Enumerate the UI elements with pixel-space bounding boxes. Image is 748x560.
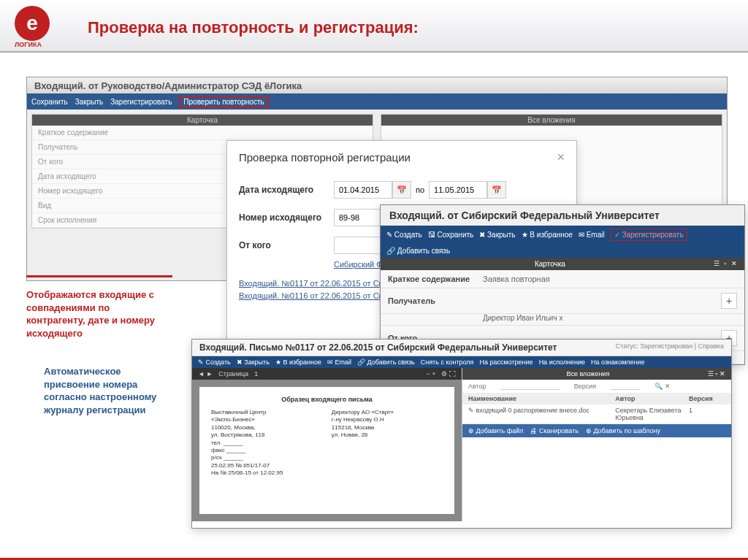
pdf-toolbar: ◄ ► Страница 1 − + ⚙ ⛶ <box>192 368 462 380</box>
bg-tb-register[interactable]: Зарегистрировать <box>110 98 172 106</box>
doc-tb-link[interactable]: 🔗 Добавить связь <box>357 358 415 366</box>
table-header: Наименование Автор Версия <box>462 393 731 404</box>
calendar-icon[interactable]: 📅 <box>487 181 506 199</box>
bg-tb-close[interactable]: Закрыть <box>75 98 104 106</box>
bg-right-panel-header: Все вложения <box>381 115 722 126</box>
add-recipient-button[interactable]: + <box>721 293 737 309</box>
doc-tb-acquaint[interactable]: На ознакомление <box>591 358 645 366</box>
card-section-header: Карточка ☰ ▫ ✕ <box>381 258 744 270</box>
card-section-title: Карточка <box>386 260 714 268</box>
document-window: Входящий. Письмо №0117 от 22.06.2015 от … <box>191 339 732 529</box>
card-row-summary: Краткое содержание Заявка повторная <box>381 270 744 288</box>
pdf-nav-icon[interactable]: ◄ ► <box>198 370 213 377</box>
modal-title-row: Проверка повторной регистрации × <box>227 141 576 174</box>
card-row-recipient: Получатель + <box>381 288 744 314</box>
logo: е <box>15 6 50 41</box>
page-title: Проверка на повторность и регистрация: <box>88 18 419 37</box>
doc-title-row: Входящий. Письмо №0117 от 22.06.2015 от … <box>192 340 731 356</box>
doc-sheet-title: Образец входящего письма <box>211 396 443 403</box>
doc-tb-uncontrol[interactable]: Снять с контроля <box>421 358 474 366</box>
annotation-autonumber: Автоматическое присвоение номера согласн… <box>44 365 175 416</box>
doc-tb-close[interactable]: ✖ Закрыть <box>237 358 270 366</box>
meta-author-input[interactable] <box>501 383 560 390</box>
th-author: Автор <box>615 395 689 402</box>
attachments-table: Наименование Автор Версия ✎ входящий 0 р… <box>462 393 731 424</box>
td-author: Секретарь Елизавета Юрьевна <box>615 407 689 421</box>
scan-button[interactable]: 🖨 Сканировать <box>530 427 578 434</box>
add-file-button[interactable]: ⊕ Добавить файл <box>468 427 523 434</box>
doc-attachments-pane: Все вложения ☰ ▫ ✕ Автор Версия 🔍 ✕ Наим… <box>462 368 731 521</box>
card-tb-favorite[interactable]: ★ В избранное <box>522 231 573 239</box>
close-icon[interactable]: × <box>557 150 565 165</box>
modal-date-label: Дата исходящего <box>239 185 334 195</box>
card-title: Входящий. от Сибирский Федеральный Униве… <box>381 205 744 226</box>
doc-preview-pane: ◄ ► Страница 1 − + ⚙ ⛶ Образец входящего… <box>192 368 462 521</box>
card-toolbar: ✎ Создать 🖫 Сохранить ✖ Закрыть ★ В избр… <box>381 226 744 258</box>
td-version: 1 <box>689 407 725 421</box>
th-name: Наименование <box>468 395 615 402</box>
add-template-button[interactable]: ⊕ Добавить по шаблону <box>586 427 660 434</box>
recipient-chip[interactable]: Директор Иван Ильич x <box>483 314 562 322</box>
doc-sheet: Образец входящего письма Выставочный Цен… <box>199 387 454 514</box>
doc-toolbar: ✎ Создать ✖ Закрыть ★ В избранное ✉ Emai… <box>192 356 731 368</box>
doc-status: Статус: Зарегистрирован | Справка <box>616 342 724 353</box>
table-row[interactable]: ✎ входящий 0 распоряжение внесе.doc Секр… <box>462 404 731 424</box>
doc-body: ◄ ► Страница 1 − + ⚙ ⛶ Образец входящего… <box>192 368 731 521</box>
card-tb-close[interactable]: ✖ Закрыть <box>479 231 515 239</box>
doc-title: Входящий. Письмо №0117 от 22.06.2015 от … <box>199 342 557 353</box>
th-version: Версия <box>689 395 725 402</box>
bg-tb-check-duplicate[interactable]: Проверить повторность <box>179 96 268 107</box>
card-tb-create[interactable]: ✎ Создать <box>386 231 422 239</box>
card-tb-save[interactable]: 🖫 Сохранить <box>428 231 473 239</box>
doc-tb-create[interactable]: ✎ Создать <box>198 358 231 366</box>
bg-left-panel-header: Карточка <box>32 115 373 126</box>
attachments-meta: Автор Версия 🔍 ✕ <box>462 380 731 393</box>
date-to-input[interactable] <box>429 181 487 199</box>
attachments-header: Все вложения ☰ ▫ ✕ <box>462 368 731 380</box>
app-header: е ЛОГИКА Проверка на повторность и регис… <box>0 0 748 53</box>
card-tb-register[interactable]: ✓ Зарегистрировать <box>611 229 687 241</box>
date-from-input[interactable] <box>334 181 392 199</box>
doc-sheet-left: Выставочный Центр «Экспо-Бизнес» 110020,… <box>211 409 322 477</box>
red-underline <box>26 275 172 277</box>
card-tb-addlink[interactable]: 🔗 Добавить связь <box>386 247 450 255</box>
meta-version-label: Версия <box>574 383 596 390</box>
doc-tb-execute[interactable]: На исполнение <box>539 358 585 366</box>
meta-version-input[interactable] <box>611 383 640 390</box>
modal-num-label: Номер исходящего <box>239 212 334 223</box>
card-section-icons[interactable]: ☰ ▫ ✕ <box>714 260 739 268</box>
search-icon[interactable]: 🔍 ✕ <box>654 383 671 390</box>
modal-title: Проверка повторной регистрации <box>239 151 411 164</box>
td-name: ✎ входящий 0 распоряжение внесе.doc <box>468 407 615 421</box>
pdf-page-label: Страница <box>218 370 248 377</box>
logo-text: ЛОГИКА <box>15 41 42 48</box>
card-row-summary-label: Краткое содержание <box>388 275 483 283</box>
card-row-summary-value[interactable]: Заявка повторная <box>483 275 737 283</box>
doc-sheet-right: Директору АО «Старт» г-ну Некрасову О.Н … <box>332 409 443 477</box>
annotation-duplicates: Отображаются входящие с совпадениями по … <box>26 288 165 340</box>
doc-tb-email[interactable]: ✉ Email <box>327 358 351 366</box>
calendar-icon[interactable]: 📅 <box>392 181 411 199</box>
pdf-tools-icon[interactable]: ⚙ ⛶ <box>441 370 456 377</box>
bg-tb-save[interactable]: Сохранить <box>31 98 68 106</box>
bg-win-title: Входящий. от Руководство/Администратор С… <box>27 77 727 93</box>
doc-page-bg: Образец входящего письма Выставочный Цен… <box>192 380 462 521</box>
attachments-icons[interactable]: ☰ ▫ ✕ <box>708 370 725 377</box>
card-tb-email[interactable]: ✉ Email <box>579 231 605 239</box>
logo-circle: е <box>15 6 50 41</box>
modal-from-label: От кого <box>239 240 334 250</box>
card-row-recipient-label: Получатель <box>388 296 483 305</box>
pdf-page-num: 1 <box>254 370 258 377</box>
doc-tb-favorite[interactable]: ★ В избранное <box>275 358 321 366</box>
doc-sheet-cols: Выставочный Центр «Экспо-Бизнес» 110020,… <box>211 409 443 477</box>
doc-tb-review[interactable]: На рассмотрение <box>479 358 533 366</box>
attachments-actions: ⊕ Добавить файл 🖨 Сканировать ⊕ Добавить… <box>462 424 731 437</box>
meta-author-label: Автор <box>468 383 486 390</box>
modal-row-date: Дата исходящего 📅 по 📅 <box>239 181 565 199</box>
logo-letter: е <box>26 12 38 35</box>
po-label: по <box>416 185 424 194</box>
card-row-recipient-chip: Директор Иван Ильич x <box>381 314 744 326</box>
bg-row: Краткое содержание <box>32 126 373 140</box>
bg-toolbar: Сохранить Закрыть Зарегистрировать Прове… <box>27 93 727 110</box>
pdf-zoom-icon[interactable]: − + <box>426 370 435 377</box>
